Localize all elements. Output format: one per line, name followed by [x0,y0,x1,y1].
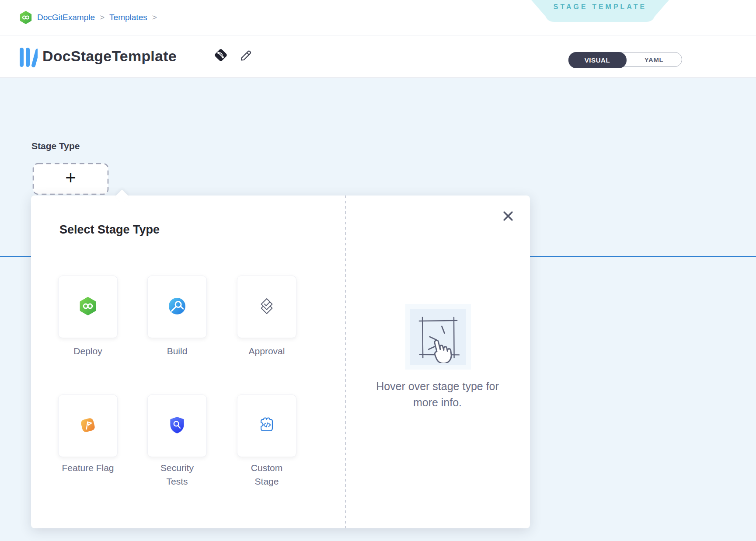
custom-stage-icon [257,415,277,437]
project-hexagon-icon [19,11,32,24]
hover-hint-illustration [405,304,471,370]
git-remote-icon [213,47,229,65]
template-title: DocStageTemplate [42,48,177,65]
stage-tile-label-build: Build [151,344,203,358]
stage-tile-label-custom-stage: Custom Stage [240,461,293,488]
toggle-yaml[interactable]: YAML [626,52,682,66]
stage-type-label: Stage Type [31,141,80,151]
template-header: DocStageTemplate VISUAL YAML [0,35,756,78]
close-icon[interactable] [500,208,516,224]
stage-tile-label-approval: Approval [240,344,293,358]
top-bar: DocGitExample > Templates > STAGE TEMPLA… [0,0,756,35]
security-shield-icon [168,416,186,436]
select-stage-type-popover: Select Stage Type [31,195,530,528]
breadcrumb-separator: > [152,13,157,22]
stage-template-banner: STAGE TEMPLATE [531,0,669,22]
stage-tile-deploy[interactable] [58,276,118,338]
pipeline-canvas: Stage Type + Select Stage Type [0,78,756,541]
edit-name-pencil-icon[interactable] [239,49,253,64]
breadcrumb-link-project[interactable]: DocGitExample [37,13,95,22]
stage-tile-label-feature-flag: Feature Flag [62,461,114,475]
stage-tile-approval[interactable] [237,276,296,338]
feature-flag-icon [79,416,97,436]
breadcrumb-link-templates[interactable]: Templates [109,13,147,22]
deploy-cd-icon [79,297,97,317]
build-ci-icon [168,297,186,317]
stage-tile-label-deploy: Deploy [62,344,114,358]
template-library-icon [19,47,38,69]
approval-stamp-icon [258,297,276,317]
add-stage-button[interactable]: + [32,163,109,195]
popover-title: Select Stage Type [59,223,160,237]
security-tests-shield-icon-tile[interactable] [147,394,207,457]
visual-yaml-toggle: VISUAL YAML [568,52,682,67]
toggle-visual[interactable]: VISUAL [568,52,627,68]
stage-tile-feature-flag[interactable] [58,394,118,457]
stage-template-banner-label: STAGE TEMPLATE [531,3,669,11]
template-studio-page: DocGitExample > Templates > STAGE TEMPLA… [0,0,756,541]
stage-tile-custom[interactable] [237,394,296,457]
popover-caret [115,189,129,203]
popover-dashed-divider [345,195,346,528]
breadcrumb: DocGitExample > Templates > [19,0,157,35]
plus-icon: + [32,169,109,187]
hover-hint-text: Hover over stage type for more info. [345,378,530,411]
stage-tile-build[interactable] [147,276,207,338]
stage-tile-label-security-tests: Security Tests [151,461,203,488]
breadcrumb-separator: > [100,13,105,22]
